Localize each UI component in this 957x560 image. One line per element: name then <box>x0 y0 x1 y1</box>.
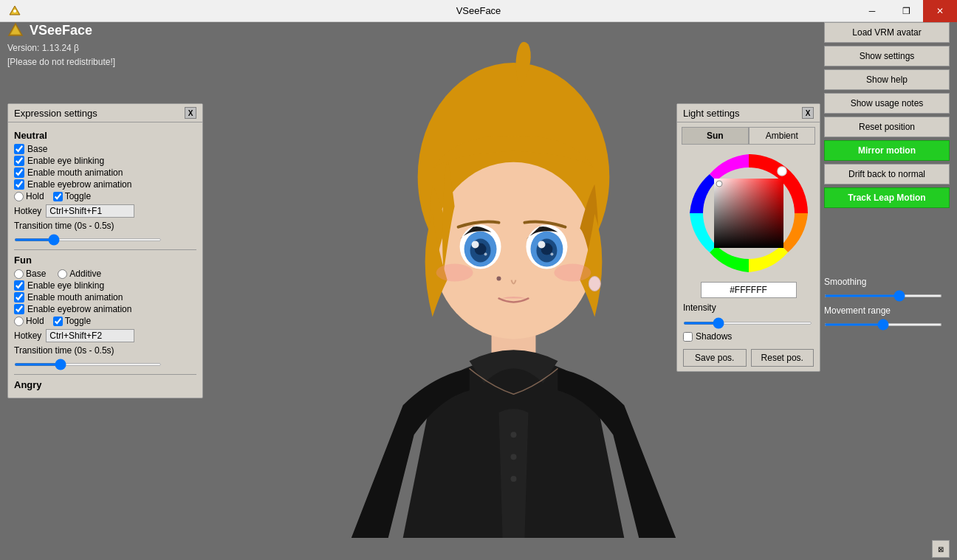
save-reset-row: Save pos. Reset pos. <box>677 345 820 371</box>
bottom-bar: ⊠ <box>0 538 957 560</box>
fun-base-label: Base <box>26 269 46 279</box>
titlebar-title: VSeeFace <box>456 5 501 16</box>
close-button[interactable]: ✕ <box>923 0 957 22</box>
svg-point-27 <box>511 476 517 482</box>
track-leap-motion-button[interactable]: Track Leap Motion <box>824 187 950 208</box>
fun-base-item: Base <box>14 269 46 279</box>
fun-hold-item: Hold <box>14 316 44 326</box>
neutral-toggle-label: Toggle <box>65 191 91 201</box>
fun-mouth-checkbox[interactable] <box>14 292 24 303</box>
color-wheel-container[interactable] <box>677 145 820 279</box>
tab-ambient[interactable]: Ambient <box>749 127 816 145</box>
neutral-eye-blink-checkbox[interactable] <box>14 156 24 166</box>
neutral-hold-label: Hold <box>26 191 44 201</box>
load-vrm-button[interactable]: Load VRM avatar <box>824 22 950 43</box>
fun-eyebrow-row: Enable eyebrow animation <box>14 304 196 314</box>
fun-eye-blink-row: Enable eye blinking <box>14 280 196 291</box>
color-hex-input[interactable]: #FFFFFF <box>701 282 797 298</box>
svg-point-14 <box>484 253 487 256</box>
fun-eye-blink-checkbox[interactable] <box>14 280 24 291</box>
smoothing-group: Smoothing <box>824 277 950 300</box>
light-tabs: Sun Ambient <box>677 122 820 145</box>
drift-back-button[interactable]: Drift back to normal <box>824 164 950 184</box>
svg-point-19 <box>538 241 545 249</box>
expression-panel: Expression settings X Neutral Base Enabl… <box>7 103 203 398</box>
fun-eyebrow-checkbox[interactable] <box>14 304 24 314</box>
neutral-eye-blink-row: Enable eye blinking <box>14 156 196 166</box>
svg-point-26 <box>511 454 517 460</box>
shadows-checkbox[interactable] <box>683 332 693 342</box>
neutral-eyebrow-checkbox[interactable] <box>14 179 24 190</box>
neutral-mouth-row: Enable mouth animation <box>14 167 196 178</box>
titlebar: VSeeFace ─ ❒ ✕ <box>0 0 957 22</box>
fun-hold-toggle-row: Hold Toggle <box>14 316 196 326</box>
expression-panel-title: Expression settings <box>14 108 97 119</box>
fun-mouth-label: Enable mouth animation <box>27 292 123 303</box>
neutral-base-row: Base <box>14 144 196 154</box>
fun-base-radio[interactable] <box>14 269 24 279</box>
fun-additive-item: Additive <box>58 269 101 279</box>
section-neutral: Neutral <box>14 130 196 141</box>
smoothing-slider[interactable] <box>824 294 942 297</box>
show-help-button[interactable]: Show help <box>824 69 950 90</box>
neutral-hold-item: Hold <box>14 191 44 201</box>
svg-point-21 <box>436 264 473 282</box>
section-angry: Angry <box>14 379 196 390</box>
svg-point-8 <box>433 162 595 339</box>
shadows-label: Shadows <box>696 331 732 342</box>
show-usage-notes-button[interactable]: Show usage notes <box>824 93 950 114</box>
fun-eyebrow-label: Enable eyebrow animation <box>27 304 131 314</box>
intensity-label: Intensity <box>677 301 820 314</box>
fun-additive-radio[interactable] <box>58 269 67 279</box>
fun-hold-radio[interactable] <box>14 317 24 326</box>
color-wheel-indicator[interactable] <box>778 167 786 176</box>
intensity-slider[interactable] <box>683 322 812 325</box>
svg-rect-31 <box>714 179 783 248</box>
mirror-motion-button[interactable]: Mirror motion <box>824 140 950 161</box>
tab-sun[interactable]: Sun <box>682 127 749 145</box>
restore-button[interactable]: ❒ <box>889 0 923 22</box>
save-pos-button[interactable]: Save pos. <box>683 349 747 367</box>
app-logo: VSeeFace <box>7 22 115 38</box>
titlebar-controls: ─ ❒ ✕ <box>855 0 957 22</box>
reset-position-button[interactable]: Reset position <box>824 117 950 137</box>
bottom-resize-icon[interactable]: ⊠ <box>932 540 950 558</box>
neutral-toggle-checkbox[interactable] <box>53 192 63 201</box>
fun-hotkey-input[interactable] <box>46 329 134 342</box>
svg-point-13 <box>472 241 479 249</box>
neutral-hotkey-input[interactable] <box>46 204 134 218</box>
expression-panel-header: Expression settings X <box>8 104 202 122</box>
neutral-mouth-checkbox[interactable] <box>14 167 24 178</box>
light-panel-title: Light settings <box>683 108 740 119</box>
neutral-base-checkbox[interactable] <box>14 144 24 154</box>
color-square-indicator[interactable] <box>716 181 722 187</box>
intensity-slider-container <box>677 314 820 328</box>
neutral-hold-radio[interactable] <box>14 192 24 201</box>
reset-pos-button[interactable]: Reset pos. <box>751 349 814 367</box>
fun-hotkey-label: Hotkey <box>14 331 41 341</box>
movement-range-label: Movement range <box>824 305 950 316</box>
fun-toggle-item: Toggle <box>53 316 91 326</box>
expression-content: Neutral Base Enable eye blinking Enable … <box>8 122 202 398</box>
app-version: Version: 1.13.24 β [Please do not redist… <box>7 41 115 69</box>
fun-eye-blink-label: Enable eye blinking <box>27 280 104 291</box>
svg-point-22 <box>554 264 591 282</box>
color-wheel-svg[interactable] <box>686 151 812 276</box>
fun-toggle-checkbox[interactable] <box>53 317 63 326</box>
neutral-base-label: Base <box>27 144 47 154</box>
fun-hold-label: Hold <box>26 316 44 326</box>
movement-range-slider[interactable] <box>824 323 942 326</box>
app-logo-icon <box>7 22 24 38</box>
neutral-transition-slider[interactable] <box>14 238 162 241</box>
neutral-eye-blink-label: Enable eye blinking <box>27 156 104 166</box>
color-wheel-wrapper[interactable] <box>686 151 812 276</box>
fun-transition-slider[interactable] <box>14 363 162 366</box>
app-header: VSeeFace Version: 1.13.24 β [Please do n… <box>7 22 115 69</box>
smoothing-label: Smoothing <box>824 277 950 287</box>
light-panel-close[interactable]: X <box>802 107 814 119</box>
fun-additive-label: Additive <box>69 269 101 279</box>
minimize-button[interactable]: ─ <box>855 0 889 22</box>
expression-panel-close[interactable]: X <box>185 107 196 119</box>
show-settings-button[interactable]: Show settings <box>824 46 950 66</box>
svg-point-25 <box>511 432 517 438</box>
